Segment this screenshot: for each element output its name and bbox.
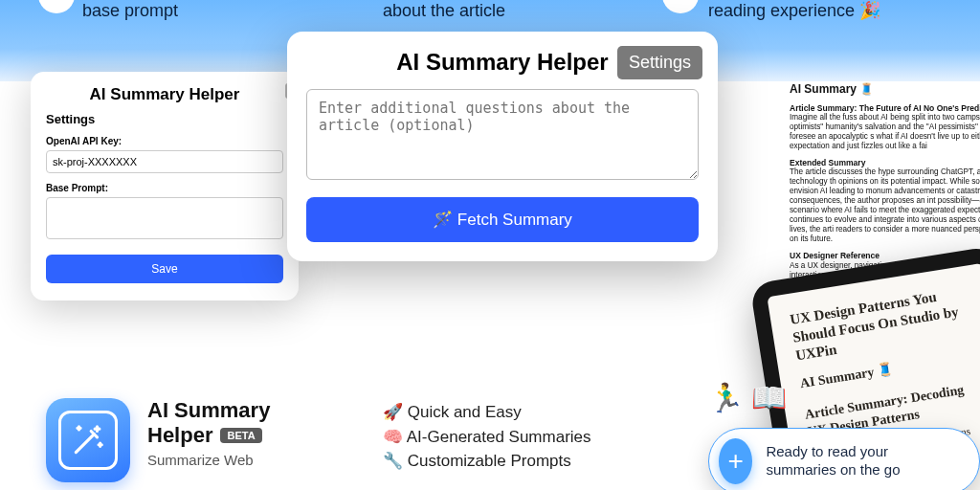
app-icon <box>46 398 130 482</box>
main-panel: AI Summary Helper Settings 🪄 Fetch Summa… <box>287 32 718 261</box>
app-tagline: Summarize Web <box>147 452 270 468</box>
fetch-summary-button[interactable]: 🪄 Fetch Summary <box>306 197 699 242</box>
app-name-line2: Helper <box>147 423 212 448</box>
settings-panel: Settings AI Summary Helper Settings Open… <box>31 72 299 301</box>
summary-section-heading: Article Summary: The Future of AI No One… <box>790 103 980 113</box>
settings-button[interactable]: Settings <box>617 46 702 79</box>
feature-item: 🧠 AI-Generated Summaries <box>383 425 591 450</box>
api-key-input[interactable] <box>46 150 283 173</box>
api-key-label: OpenAI API Key: <box>46 136 283 146</box>
summary-section-heading: Extended Summary <box>790 158 980 167</box>
callout-text: Ready to read your summaries on the go <box>766 443 958 479</box>
runner-book-icon: 🏃‍♂️ 📖 <box>708 381 787 414</box>
plus-icon[interactable]: + <box>719 438 752 484</box>
feature-list: 🚀 Quick and Easy 🧠 AI-Generated Summarie… <box>383 400 591 474</box>
callout-pill[interactable]: + Ready to read your summaries on the go <box>708 428 980 490</box>
app-info: AI Summary Helper BETA Summarize Web <box>46 398 270 482</box>
base-prompt-label: Base Prompt: <box>46 183 283 193</box>
feature-item: 🔧 Customizable Prompts <box>383 449 591 474</box>
main-title: AI Summary Helper <box>396 49 608 76</box>
panel-title: AI Summary Helper <box>46 85 283 104</box>
save-button[interactable]: Save <box>46 255 283 283</box>
app-name-line1: AI Summary <box>147 398 270 423</box>
questions-input[interactable] <box>306 89 699 180</box>
step-1-text: base prompt <box>82 0 178 22</box>
step-3-text: reading experience 🎉 <box>708 0 880 22</box>
wand-icon <box>58 411 118 470</box>
summary-section-body: The article discusses the hype surroundi… <box>790 167 980 244</box>
feature-item: 🚀 Quick and Easy <box>383 400 591 425</box>
beta-badge: BETA <box>220 428 261 443</box>
settings-heading: Settings <box>46 112 283 126</box>
step-2-text: about the article <box>383 0 505 22</box>
base-prompt-input[interactable] <box>46 197 283 239</box>
summary-title: AI Summary 🧵 <box>790 82 980 97</box>
summary-section-body: Imagine all the fuss about AI being spli… <box>790 113 980 151</box>
